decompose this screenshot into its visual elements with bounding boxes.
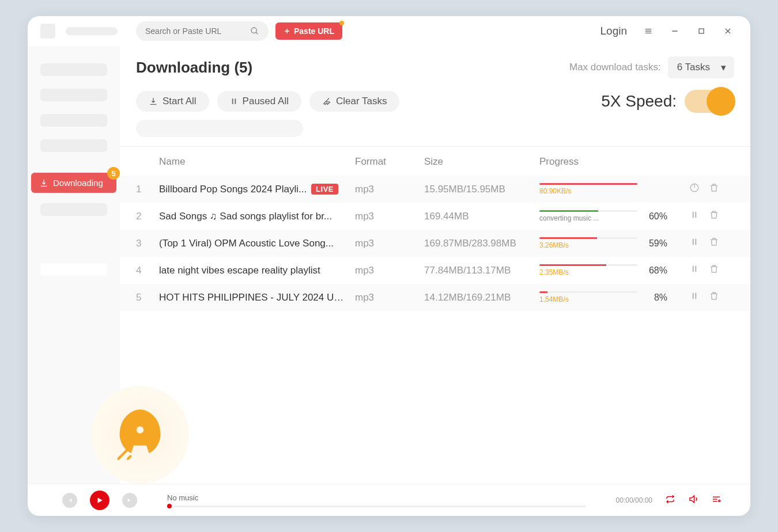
table-row[interactable]: 5 HOT HITS PHILIPPINES - JULY 2024 UP...… — [120, 284, 750, 311]
downloading-count-badge: 5 — [107, 167, 120, 180]
search-input[interactable] — [145, 26, 250, 36]
row-format: mp3 — [355, 238, 424, 249]
row-name: HOT HITS PHILIPPINES - JULY 2024 UP... — [159, 292, 355, 303]
pause-button[interactable] — [689, 264, 700, 277]
volume-button[interactable] — [688, 494, 698, 507]
notification-dot — [339, 21, 344, 25]
progress-bar: converting music ... — [539, 210, 637, 222]
row-size: 15.95MB/15.95MB — [424, 184, 539, 195]
row-speed: 3.26MB/s — [539, 241, 637, 249]
row-percent: 68% — [643, 265, 667, 276]
svg-point-24 — [719, 500, 720, 501]
col-name: Name — [159, 156, 355, 168]
row-format: mp3 — [355, 184, 424, 195]
progress-bar: 80.90KB/s — [539, 183, 637, 195]
paste-url-button[interactable]: Paste URL — [275, 22, 342, 40]
sidebar-item[interactable] — [40, 263, 107, 276]
main-panel: Downloading (5) Max download tasks: 6 Ta… — [120, 46, 750, 484]
repeat-button[interactable] — [665, 494, 675, 507]
speed-label: 5X Speed: — [601, 92, 677, 111]
col-format: Format — [355, 156, 424, 168]
table-row[interactable]: 4 late night vibes escape reality playli… — [120, 257, 750, 284]
row-percent: 60% — [643, 211, 667, 222]
paused-all-button[interactable]: Paused All — [217, 91, 301, 112]
row-index: 4 — [136, 265, 159, 276]
page-title: Downloading (5) — [136, 59, 252, 77]
speed-toggle[interactable] — [685, 90, 734, 113]
paused-all-label: Paused All — [243, 96, 289, 107]
sidebar-item[interactable] — [40, 139, 107, 152]
track-time: 00:00/00:00 — [616, 496, 652, 504]
row-percent: 59% — [643, 238, 667, 249]
delete-button[interactable] — [709, 237, 719, 250]
pause-icon — [230, 97, 238, 105]
login-link[interactable]: Login — [601, 25, 628, 37]
sidebar-item[interactable] — [40, 114, 107, 127]
delete-button[interactable] — [709, 183, 719, 196]
table-row[interactable]: 2 Sad Songs ♫ Sad songs playlist for br.… — [120, 203, 750, 230]
broom-icon — [322, 97, 331, 106]
download-icon — [149, 97, 158, 106]
sidebar-item-downloading[interactable]: Downloading 5 — [31, 173, 116, 193]
row-size: 77.84MB/113.17MB — [424, 265, 539, 276]
row-index: 5 — [136, 292, 159, 303]
svg-line-1 — [256, 32, 258, 34]
scrubber-handle[interactable] — [167, 504, 172, 508]
row-format: mp3 — [355, 211, 424, 222]
table-row[interactable]: 3 (Top 1 Viral) OPM Acoustic Love Song..… — [120, 230, 750, 257]
row-size: 14.12MB/169.21MB — [424, 292, 539, 303]
boost-rocket-badge[interactable] — [91, 386, 189, 484]
delete-button[interactable] — [709, 264, 719, 277]
pause-button[interactable] — [689, 291, 700, 304]
sidebar-item[interactable] — [40, 63, 107, 76]
toggle-knob — [707, 87, 735, 116]
clear-tasks-button[interactable]: Clear Tasks — [309, 91, 400, 112]
track-scrubber[interactable] — [167, 506, 586, 507]
svg-rect-6 — [699, 29, 704, 33]
progress-bar: 3.26MB/s — [539, 237, 637, 249]
max-tasks-label: Max download tasks: — [569, 62, 661, 73]
track-area[interactable]: No music — [150, 493, 603, 507]
row-index: 3 — [136, 238, 159, 249]
search-box[interactable] — [136, 21, 269, 41]
brand-name — [66, 27, 118, 35]
sidebar-item[interactable] — [40, 89, 107, 101]
delete-button[interactable] — [709, 210, 719, 223]
menu-button[interactable] — [639, 21, 658, 41]
row-speed: 2.35MB/s — [539, 268, 637, 276]
stop-button[interactable] — [689, 183, 700, 196]
next-track-button[interactable] — [122, 493, 137, 508]
delete-button[interactable] — [709, 291, 719, 304]
table-row[interactable]: 1 Billboard Pop Songs 2024 Playli... LIV… — [120, 176, 750, 203]
titlebar: Paste URL Login — [28, 16, 750, 46]
playlist-button[interactable] — [711, 494, 722, 507]
sidebar-item[interactable] — [40, 203, 107, 216]
row-index: 2 — [136, 211, 159, 222]
start-all-button[interactable]: Start All — [136, 91, 209, 112]
max-tasks-select[interactable]: 6 Tasks ▾ — [668, 56, 734, 78]
row-index: 1 — [136, 184, 159, 195]
clear-tasks-label: Clear Tasks — [336, 96, 387, 107]
maximize-button[interactable] — [692, 21, 711, 41]
player-bar: No music 00:00/00:00 — [28, 484, 750, 516]
paste-url-label: Paste URL — [294, 26, 334, 36]
row-speed: 1.54MB/s — [539, 295, 637, 303]
play-button[interactable] — [90, 491, 109, 510]
close-button[interactable] — [718, 21, 738, 41]
max-tasks-value: 6 Tasks — [677, 62, 710, 73]
svg-point-0 — [251, 28, 256, 33]
track-title: No music — [167, 493, 586, 502]
pause-button[interactable] — [689, 210, 700, 223]
start-all-label: Start All — [163, 96, 197, 107]
pause-button[interactable] — [689, 237, 700, 250]
toolbar-placeholder — [136, 120, 303, 137]
row-size: 169.44MB — [424, 211, 539, 222]
plus-icon — [284, 28, 290, 35]
col-size: Size — [424, 156, 539, 168]
app-window: Paste URL Login Downloading 5 — [28, 16, 750, 516]
progress-bar: 1.54MB/s — [539, 291, 637, 303]
table-header: Name Format Size Progress — [120, 147, 750, 176]
row-name: Sad Songs ♫ Sad songs playlist for br... — [159, 211, 355, 222]
minimize-button[interactable] — [665, 21, 685, 41]
prev-track-button[interactable] — [62, 493, 77, 508]
